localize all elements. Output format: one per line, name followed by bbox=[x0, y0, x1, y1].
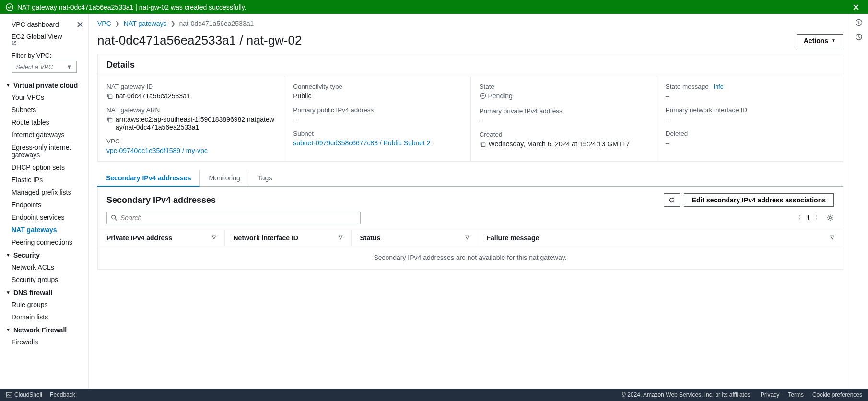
label-connectivity: Connectivity type bbox=[293, 83, 461, 90]
value-created: Wednesday, March 6, 2024 at 15:24:13 GMT… bbox=[489, 140, 630, 148]
copy-icon[interactable] bbox=[106, 117, 113, 123]
sort-icon: ▽ bbox=[212, 234, 216, 240]
sidebar-item-nacls[interactable]: Network ACLs bbox=[0, 261, 88, 273]
svg-point-7 bbox=[829, 217, 831, 219]
value-vpc-link[interactable]: vpc-09740dc1e35df1589 / my-vpc bbox=[106, 147, 208, 154]
breadcrumb: VPC ❯ NAT gateways ❯ nat-0dc471a56ea2533… bbox=[97, 19, 843, 30]
sidebar-item-peering[interactable]: Peering connections bbox=[0, 236, 88, 248]
value-state-message: – bbox=[666, 92, 669, 100]
refresh-button[interactable] bbox=[664, 193, 680, 207]
col-failure-message[interactable]: Failure message▽ bbox=[478, 230, 843, 246]
svg-rect-2 bbox=[108, 118, 112, 122]
sidebar-item-your-vpcs[interactable]: Your VPCs bbox=[0, 91, 88, 104]
success-flash: NAT gateway nat-0dc471a56ea2533a1 | nat-… bbox=[0, 0, 868, 14]
col-network-interface[interactable]: Network interface ID▽ bbox=[224, 230, 351, 246]
sidebar-item-egress-only-igw[interactable]: Egress-only internet gateways bbox=[0, 141, 88, 161]
tab-secondary-ips[interactable]: Secondary IPv4 addresses bbox=[97, 170, 200, 187]
history-icon[interactable] bbox=[855, 33, 863, 41]
sidebar-item-endpoint-services[interactable]: Endpoint services bbox=[0, 211, 88, 224]
sidebar-item-domain-lists[interactable]: Domain lists bbox=[0, 311, 88, 323]
label-deleted: Deleted bbox=[666, 130, 834, 137]
sidebar-item-internet-gateways[interactable]: Internet gateways bbox=[0, 129, 88, 141]
svg-point-6 bbox=[112, 215, 116, 219]
cloudshell-button[interactable]: CloudShell bbox=[6, 391, 42, 398]
sidebar-section-netfw[interactable]: ▼Network Firewall bbox=[0, 323, 88, 336]
sidebar-item-endpoints[interactable]: Endpoints bbox=[0, 199, 88, 211]
sidebar-section-dns[interactable]: ▼DNS firewall bbox=[0, 286, 88, 298]
sidebar-item-route-tables[interactable]: Route tables bbox=[0, 116, 88, 129]
flash-close-button[interactable] bbox=[850, 3, 862, 12]
sidebar-section-vpc[interactable]: ▼Virtual private cloud bbox=[0, 79, 88, 91]
table-empty-message: Secondary IPv4 addresses are not availab… bbox=[98, 246, 843, 270]
svg-rect-4 bbox=[481, 95, 484, 96]
sidebar-ec2-global-view[interactable]: EC2 Global View bbox=[0, 30, 88, 48]
footer-privacy[interactable]: Privacy bbox=[761, 391, 779, 398]
sidebar-item-dhcp[interactable]: DHCP option sets bbox=[0, 161, 88, 174]
footer-cookie[interactable]: Cookie preferences bbox=[812, 391, 862, 398]
label-private-ip: Primary private IPv4 address bbox=[480, 107, 648, 115]
sidebar-item-subnets[interactable]: Subnets bbox=[0, 104, 88, 116]
feedback-link[interactable]: Feedback bbox=[50, 391, 75, 398]
footer-copyright: © 2024, Amazon Web Services, Inc. or its… bbox=[622, 391, 752, 398]
sidebar-vpc-filter-select[interactable]: Select a VPC ▼ bbox=[12, 61, 77, 73]
edit-associations-button[interactable]: Edit secondary IPv4 address associations bbox=[684, 193, 834, 207]
sort-icon: ▽ bbox=[830, 234, 834, 240]
breadcrumb-vpc[interactable]: VPC bbox=[97, 20, 111, 27]
secondary-ips-heading: Secondary IPv4 addresses bbox=[106, 195, 216, 205]
label-nat-arn: NAT gateway ARN bbox=[106, 106, 275, 114]
tab-monitoring[interactable]: Monitoring bbox=[200, 170, 249, 186]
value-private-ip: – bbox=[480, 117, 483, 124]
label-public-ip: Primary public IPv4 address bbox=[293, 106, 461, 114]
footer-terms[interactable]: Terms bbox=[788, 391, 804, 398]
footer: CloudShell Feedback © 2024, Amazon Web S… bbox=[0, 389, 868, 401]
actions-dropdown-button[interactable]: Actions ▼ bbox=[797, 34, 843, 47]
sidebar-item-nat-gateways[interactable]: NAT gateways bbox=[0, 224, 88, 236]
page-number: 1 bbox=[806, 214, 810, 222]
info-link[interactable]: Info bbox=[714, 83, 724, 90]
svg-rect-10 bbox=[858, 22, 859, 24]
sidebar-item-prefix-lists[interactable]: Managed prefix lists bbox=[0, 186, 88, 199]
sidebar-item-security-groups[interactable]: Security groups bbox=[0, 273, 88, 286]
prev-page-button[interactable]: 〈 bbox=[795, 213, 801, 222]
svg-rect-5 bbox=[481, 143, 485, 146]
check-circle-icon bbox=[6, 3, 13, 11]
sidebar-section-security[interactable]: ▼Security bbox=[0, 248, 88, 261]
sidebar: VPC dashboard EC2 Global View Filter by … bbox=[0, 14, 89, 389]
secondary-ips-panel: Secondary IPv4 addresses Edit secondary … bbox=[97, 187, 843, 270]
value-subnet-link[interactable]: subnet-0979cd358c6677c83 / Public Subnet… bbox=[293, 139, 430, 147]
copy-icon[interactable] bbox=[106, 93, 113, 99]
chevron-right-icon: ❯ bbox=[171, 20, 176, 27]
sidebar-filter-label: Filter by VPC: bbox=[0, 48, 88, 61]
search-input[interactable] bbox=[120, 214, 356, 222]
main-content: VPC ❯ NAT gateways ❯ nat-0dc471a56ea2533… bbox=[89, 14, 849, 389]
col-status[interactable]: Status▽ bbox=[351, 230, 478, 246]
label-nat-id: NAT gateway ID bbox=[106, 83, 275, 90]
tab-tags[interactable]: Tags bbox=[249, 170, 281, 186]
caret-down-icon: ▼ bbox=[66, 63, 72, 71]
sidebar-vpc-dashboard[interactable]: VPC dashboard bbox=[12, 21, 59, 28]
svg-point-9 bbox=[858, 21, 859, 22]
secondary-ips-table: Private IPv4 address▽ Network interface … bbox=[98, 230, 843, 269]
svg-rect-12 bbox=[6, 392, 12, 397]
value-state: Pending bbox=[488, 92, 513, 100]
col-private-ip[interactable]: Private IPv4 address▽ bbox=[98, 230, 224, 246]
sidebar-item-elastic-ips[interactable]: Elastic IPs bbox=[0, 174, 88, 186]
tools-rail bbox=[849, 14, 868, 389]
breadcrumb-current: nat-0dc471a56ea2533a1 bbox=[179, 20, 254, 27]
label-state: State bbox=[480, 83, 648, 90]
pagination: 〈 1 〉 bbox=[795, 213, 834, 222]
label-vpc: VPC bbox=[106, 138, 275, 145]
external-link-icon bbox=[12, 40, 83, 46]
sidebar-close-icon[interactable] bbox=[77, 21, 83, 28]
svg-rect-1 bbox=[108, 95, 112, 98]
next-page-button[interactable]: 〉 bbox=[815, 213, 821, 222]
sidebar-item-firewalls[interactable]: Firewalls bbox=[0, 336, 88, 348]
breadcrumb-nat-gateways[interactable]: NAT gateways bbox=[124, 20, 167, 27]
search-input-wrapper[interactable] bbox=[106, 212, 361, 224]
copy-icon[interactable] bbox=[480, 141, 486, 147]
table-settings-button[interactable] bbox=[826, 214, 834, 222]
value-pni: – bbox=[666, 116, 669, 123]
sidebar-item-rule-groups[interactable]: Rule groups bbox=[0, 298, 88, 311]
info-icon[interactable] bbox=[855, 19, 863, 26]
flash-message: NAT gateway nat-0dc471a56ea2533a1 | nat-… bbox=[17, 3, 850, 11]
